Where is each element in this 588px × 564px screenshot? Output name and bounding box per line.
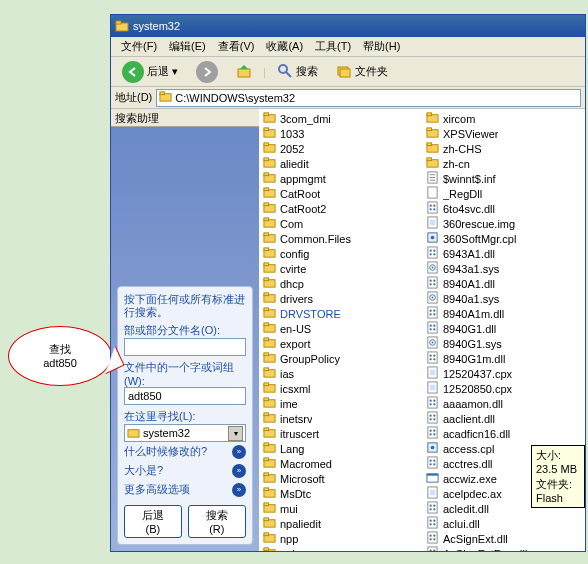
file-item[interactable]: AcSignExt.dll: [422, 531, 585, 546]
menu-help[interactable]: 帮助(H): [357, 37, 406, 56]
file-item[interactable]: aaclient.dll: [422, 411, 585, 426]
file-item[interactable]: 1033: [259, 126, 422, 141]
file-item[interactable]: 6943A1.dll: [422, 246, 585, 261]
file-item[interactable]: Common.Files: [259, 231, 422, 246]
word-input[interactable]: [124, 387, 246, 405]
svg-rect-145: [428, 412, 437, 423]
file-item[interactable]: itruscert: [259, 426, 422, 441]
file-item[interactable]: npp: [259, 531, 422, 546]
svg-point-168: [433, 505, 435, 507]
file-item[interactable]: GroupPolicy: [259, 351, 422, 366]
file-item[interactable]: aliedit: [259, 156, 422, 171]
file-item[interactable]: 360SoftMgr.cpl: [422, 231, 585, 246]
file-item[interactable]: 12520850.cpx: [422, 381, 585, 396]
file-item[interactable]: 8940G1.dll: [422, 321, 585, 336]
back-button[interactable]: 后退(B): [124, 505, 182, 538]
file-item[interactable]: npaliedit: [259, 516, 422, 531]
file-item[interactable]: 8940G1m.dll: [422, 351, 585, 366]
file-item[interactable]: 6to4svc.dll: [422, 201, 585, 216]
file-item[interactable]: XPSViewer: [422, 126, 585, 141]
file-item[interactable]: 8940G1.sys: [422, 336, 585, 351]
file-item[interactable]: export: [259, 336, 422, 351]
partial-name-input[interactable]: [124, 338, 246, 356]
menu-tools[interactable]: 工具(T): [309, 37, 357, 56]
menu-favorites[interactable]: 收藏(A): [260, 37, 309, 56]
search-button[interactable]: 搜索(R): [188, 505, 246, 538]
menu-view[interactable]: 查看(V): [212, 37, 261, 56]
file-name: 1033: [280, 128, 304, 140]
file-item[interactable]: mui: [259, 501, 422, 516]
menu-file[interactable]: 文件(F): [115, 37, 163, 56]
file-item[interactable]: Macromed: [259, 456, 422, 471]
file-item[interactable]: zh-cn: [422, 156, 585, 171]
file-item[interactable]: 3com_dmi: [259, 111, 422, 126]
file-item[interactable]: _RegDll: [422, 186, 585, 201]
file-item[interactable]: DRVSTORE: [259, 306, 422, 321]
file-item[interactable]: config: [259, 246, 422, 261]
svg-rect-92: [428, 187, 437, 198]
file-item[interactable]: inetsrv: [259, 411, 422, 426]
expander-modified[interactable]: 什么时候修改的? »: [124, 442, 246, 461]
svg-rect-15: [264, 143, 269, 146]
svg-point-105: [430, 253, 432, 255]
lookin-combo[interactable]: system32 ▾: [124, 424, 246, 442]
file-item[interactable]: icsxml: [259, 381, 422, 396]
svg-point-146: [430, 415, 432, 417]
back-button[interactable]: 后退 ▾: [115, 58, 185, 86]
file-item[interactable]: en-US: [259, 321, 422, 336]
file-item[interactable]: 8940A1m.dll: [422, 306, 585, 321]
svg-rect-6: [340, 69, 350, 77]
sidebar-header: 搜索助理: [111, 109, 259, 127]
search-card: 按下面任何或所有标准进行搜索。 部或部分文件名(O): 文件中的一个字或词组(W…: [117, 286, 253, 545]
svg-rect-139: [430, 385, 436, 391]
up-button[interactable]: [229, 60, 259, 84]
forward-button[interactable]: [189, 58, 225, 86]
file-item[interactable]: 6943a1.sys: [422, 261, 585, 276]
svg-rect-47: [264, 383, 269, 386]
file-item[interactable]: dhcp: [259, 276, 422, 291]
search-sidebar: 搜索助理 按下面任何或所有标准进行搜索。 部或部分文件名(O): 文件中的一个字…: [111, 109, 259, 551]
file-item[interactable]: ime: [259, 396, 422, 411]
svg-rect-137: [430, 370, 436, 376]
file-item[interactable]: MsDtc: [259, 486, 422, 501]
file-item[interactable]: aclui.dll: [422, 516, 585, 531]
file-item[interactable]: acadficn16.dll: [422, 426, 585, 441]
svg-rect-99: [430, 220, 436, 226]
file-name: _RegDll: [443, 188, 482, 200]
folders-button[interactable]: 文件夹: [329, 60, 395, 84]
file-item[interactable]: Microsoft: [259, 471, 422, 486]
file-item[interactable]: AcSignExtRes.dll: [422, 546, 585, 551]
file-item[interactable]: Com: [259, 216, 422, 231]
svg-point-134: [430, 358, 432, 360]
expander-size[interactable]: 大小是? »: [124, 461, 246, 480]
expander-advanced[interactable]: 更多高级选项 »: [124, 480, 246, 499]
search-button[interactable]: 搜索: [270, 60, 325, 84]
file-item[interactable]: 8940A1.dll: [422, 276, 585, 291]
svg-point-124: [430, 325, 432, 327]
file-item[interactable]: drivers: [259, 291, 422, 306]
address-input[interactable]: C:\WINDOWS\system32: [156, 89, 581, 107]
file-item[interactable]: 8940a1.sys: [422, 291, 585, 306]
file-name: MsDtc: [280, 488, 311, 500]
file-item[interactable]: cvirte: [259, 261, 422, 276]
menu-edit[interactable]: 编辑(E): [163, 37, 212, 56]
file-item[interactable]: 2052: [259, 141, 422, 156]
svg-rect-61: [264, 488, 269, 491]
file-item[interactable]: CatRoot: [259, 186, 422, 201]
file-item[interactable]: Lang: [259, 441, 422, 456]
file-item[interactable]: zh-CHS: [422, 141, 585, 156]
cpl-icon: [426, 231, 439, 246]
file-item[interactable]: $winnt$.inf: [422, 171, 585, 186]
svg-rect-83: [427, 128, 432, 131]
file-item[interactable]: ias: [259, 366, 422, 381]
file-item[interactable]: xircom: [422, 111, 585, 126]
svg-rect-63: [264, 503, 269, 506]
file-item[interactable]: appmgmt: [259, 171, 422, 186]
file-item[interactable]: CatRoot2: [259, 201, 422, 216]
svg-point-121: [430, 313, 432, 315]
titlebar[interactable]: system32: [111, 15, 585, 37]
file-item[interactable]: aaaamon.dll: [422, 396, 585, 411]
file-item[interactable]: 360rescue.img: [422, 216, 585, 231]
file-item[interactable]: oobe: [259, 546, 422, 551]
file-item[interactable]: 12520437.cpx: [422, 366, 585, 381]
